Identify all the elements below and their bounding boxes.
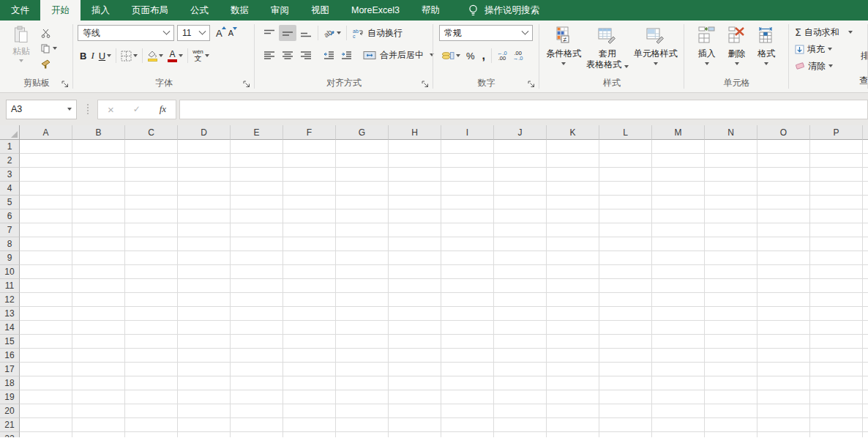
column-header-L[interactable]: L: [599, 125, 652, 140]
cell-M13[interactable]: [652, 307, 705, 321]
cell-G13[interactable]: [336, 307, 389, 321]
cell-J1[interactable]: [494, 140, 547, 154]
cell-K20[interactable]: [547, 404, 599, 418]
cell-J3[interactable]: [494, 168, 547, 182]
cell-E2[interactable]: [231, 154, 283, 168]
cell-B12[interactable]: [72, 293, 125, 307]
cell-K7[interactable]: [547, 223, 599, 237]
cell-H5[interactable]: [389, 196, 441, 209]
row-header-20[interactable]: 20: [0, 404, 20, 418]
cell-Q6[interactable]: [863, 209, 868, 223]
cell-O8[interactable]: [757, 237, 810, 251]
cell-M9[interactable]: [652, 251, 705, 265]
cell-J9[interactable]: [494, 251, 547, 265]
cell-Q20[interactable]: [863, 404, 868, 418]
row-header-8[interactable]: 8: [0, 237, 20, 251]
cell-M17[interactable]: [652, 363, 705, 376]
cell-L15[interactable]: [599, 335, 652, 349]
cell-K5[interactable]: [547, 196, 599, 209]
cell-A17[interactable]: [20, 363, 72, 376]
row-header-1[interactable]: 1: [0, 140, 20, 154]
cell-E18[interactable]: [231, 376, 283, 390]
cell-I14[interactable]: [441, 321, 494, 335]
cell-O12[interactable]: [757, 293, 810, 307]
cell-A3[interactable]: [20, 168, 72, 182]
cell-B14[interactable]: [72, 321, 125, 335]
cell-D17[interactable]: [178, 363, 231, 376]
cell-N12[interactable]: [705, 293, 757, 307]
cell-I22[interactable]: [441, 432, 494, 437]
column-header-H[interactable]: H: [389, 125, 441, 140]
cell-D3[interactable]: [178, 168, 231, 182]
column-header-J[interactable]: J: [494, 125, 547, 140]
cell-O6[interactable]: [757, 209, 810, 223]
cell-G6[interactable]: [336, 209, 389, 223]
cell-C14[interactable]: [125, 321, 178, 335]
insert-cells-button[interactable]: 插入: [698, 23, 716, 92]
cell-G21[interactable]: [336, 418, 389, 432]
format-cells-button[interactable]: 格式: [757, 23, 775, 92]
cell-K10[interactable]: [547, 265, 599, 279]
cell-O19[interactable]: [757, 390, 810, 404]
cell-N17[interactable]: [705, 363, 757, 376]
cell-I21[interactable]: [441, 418, 494, 432]
sort-filter-partial-label[interactable]: 排: [861, 50, 868, 62]
cell-M10[interactable]: [652, 265, 705, 279]
cell-B8[interactable]: [72, 237, 125, 251]
column-header-O[interactable]: O: [757, 125, 810, 140]
cell-C8[interactable]: [125, 237, 178, 251]
cell-J13[interactable]: [494, 307, 547, 321]
align-bottom-button[interactable]: [297, 25, 315, 41]
cell-I11[interactable]: [441, 279, 494, 293]
cell-N22[interactable]: [705, 432, 757, 437]
cancel-button[interactable]: ×: [108, 103, 114, 116]
cell-I1[interactable]: [441, 140, 494, 154]
align-top-button[interactable]: [261, 25, 278, 41]
column-header-E[interactable]: E: [231, 125, 283, 140]
row-header-14[interactable]: 14: [0, 321, 20, 335]
cell-L6[interactable]: [599, 209, 652, 223]
cell-Q12[interactable]: [863, 293, 868, 307]
cell-H4[interactable]: [389, 182, 441, 196]
column-header-N[interactable]: N: [705, 125, 757, 140]
cell-N2[interactable]: [705, 154, 757, 168]
cell-E4[interactable]: [231, 182, 283, 196]
column-header-B[interactable]: B: [72, 125, 125, 140]
menu-tab-insert[interactable]: 插入: [81, 0, 121, 21]
cell-F6[interactable]: [283, 209, 336, 223]
cell-L14[interactable]: [599, 321, 652, 335]
cell-K13[interactable]: [547, 307, 599, 321]
format-painter-button[interactable]: [41, 58, 57, 70]
cell-L10[interactable]: [599, 265, 652, 279]
cell-D22[interactable]: [178, 432, 231, 437]
cell-N7[interactable]: [705, 223, 757, 237]
cell-A21[interactable]: [20, 418, 72, 432]
row-header-17[interactable]: 17: [0, 363, 20, 376]
cell-I10[interactable]: [441, 265, 494, 279]
cell-C22[interactable]: [125, 432, 178, 437]
cell-M21[interactable]: [652, 418, 705, 432]
cell-L11[interactable]: [599, 279, 652, 293]
italic-button[interactable]: I: [89, 48, 96, 64]
cell-G11[interactable]: [336, 279, 389, 293]
cell-F2[interactable]: [283, 154, 336, 168]
merge-center-button[interactable]: 合并后居中: [361, 47, 436, 63]
column-header-Q[interactable]: Q: [863, 125, 868, 140]
cell-B4[interactable]: [72, 182, 125, 196]
tell-me-search[interactable]: 操作说明搜索: [468, 0, 539, 21]
cell-I18[interactable]: [441, 376, 494, 390]
cell-styles-button[interactable]: 单元格样式: [634, 23, 678, 92]
menu-tab-review[interactable]: 审阅: [260, 0, 300, 21]
cell-F11[interactable]: [283, 279, 336, 293]
cell-E10[interactable]: [231, 265, 283, 279]
menu-tab-help[interactable]: 帮助: [411, 0, 451, 21]
cell-P2[interactable]: [810, 154, 863, 168]
cell-A12[interactable]: [20, 293, 72, 307]
cell-L1[interactable]: [599, 140, 652, 154]
formula-bar-grip[interactable]: [83, 104, 93, 114]
cell-D13[interactable]: [178, 307, 231, 321]
cell-O7[interactable]: [757, 223, 810, 237]
cell-E6[interactable]: [231, 209, 283, 223]
orientation-button[interactable]: ab: [321, 25, 343, 41]
cell-C13[interactable]: [125, 307, 178, 321]
